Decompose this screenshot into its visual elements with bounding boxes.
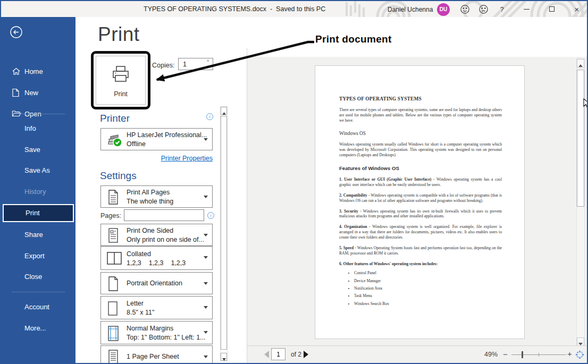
chevron-down-icon [204, 355, 208, 358]
document-content: TYPES OF OPERATING SYSTEMS There are sev… [339, 96, 502, 309]
sidebar-item-export[interactable]: Export [1, 249, 75, 264]
sidebar-item-save[interactable]: Save [1, 142, 75, 157]
duplex-select[interactable]: Print One Sided Only print on one side o… [100, 224, 213, 246]
pages-input[interactable] [124, 209, 204, 221]
print-button[interactable]: Print [96, 56, 146, 105]
avatar[interactable]: DU [437, 3, 450, 16]
triangle-down-icon [222, 358, 226, 361]
doc-bullet: Control Panel [354, 270, 502, 276]
triangle-up-icon [222, 112, 226, 115]
doc-heading: 6. Other features of Windows' operating … [339, 261, 502, 267]
zoom-to-page-button[interactable] [575, 350, 584, 361]
next-page-button[interactable] [304, 351, 308, 358]
sidebar-item-more[interactable]: More... [1, 321, 75, 336]
copies-increment-icon[interactable]: ˄ [204, 58, 212, 64]
word-backstage-window: TYPES OF OPERATING SYSTEMS.docx - Saved … [0, 0, 588, 364]
sidebar-item-open[interactable]: Open [1, 107, 75, 122]
print-range-select[interactable]: Print All Pages The whole thing [100, 185, 213, 208]
scrollbar-thumb[interactable] [221, 116, 227, 350]
doc-bullet-list: Control Panel Device Manager Notificatio… [354, 270, 502, 306]
sidebar-item-share[interactable]: Share [1, 227, 75, 242]
doc-feature: 3. Security - Windows operating system h… [339, 209, 502, 219]
sidebar-item-home[interactable]: Home [1, 64, 75, 79]
backstage-sidebar: Home New Open Info Save Save As History … [1, 17, 75, 363]
maximize-button[interactable] [545, 1, 559, 17]
chevron-down-icon [204, 282, 208, 285]
paper-sheet-icon [106, 301, 119, 319]
page-number-box[interactable] [271, 348, 285, 360]
one-sided-page-icon [106, 227, 120, 246]
settings-scrollbar[interactable] [220, 106, 228, 361]
sidebar-item-save-as[interactable]: Save As [1, 163, 75, 178]
feedback-frown-button[interactable] [476, 1, 491, 17]
orientation-select[interactable]: Portrait Orientation [100, 272, 213, 294]
preview-status-bar: of 2 49% − + [247, 345, 587, 363]
sidebar-item-print-selected[interactable]: Print [3, 204, 74, 222]
close-button[interactable]: × [570, 1, 584, 17]
printer-info-icon[interactable]: i [206, 113, 213, 120]
printer-status: Offline [127, 140, 146, 148]
chevron-down-icon [204, 306, 208, 309]
previous-page-button[interactable] [264, 351, 269, 358]
printer-properties-link[interactable]: Printer Properties [100, 155, 213, 162]
minimize-button[interactable] [519, 1, 533, 17]
scrollbar-thumb[interactable] [577, 70, 584, 207]
chevron-down-icon [204, 234, 208, 236]
minimize-icon [524, 9, 530, 10]
print-preview-pane: TYPES OF OPERATING SYSTEMS There are sev… [247, 57, 587, 363]
sidebar-item-new[interactable]: New [1, 86, 75, 100]
doc-paragraph: Windows operating system usually called … [339, 142, 502, 158]
preview-scrollbar[interactable] [576, 58, 585, 347]
new-document-icon [12, 88, 20, 99]
sidebar-item-history[interactable]: History [1, 184, 75, 199]
print-button-label: Print [96, 90, 145, 98]
help-button[interactable]: ? [496, 1, 508, 17]
printer-select[interactable]: HP LaserJet Professional... Offline [100, 128, 213, 150]
chevron-down-icon [204, 196, 208, 198]
titlebar: TYPES OF OPERATING SYSTEMS.docx - Saved … [1, 1, 587, 17]
doc-heading: Windows OS [339, 130, 502, 137]
scroll-up-button[interactable] [221, 107, 227, 115]
user-name[interactable]: Daniel Uchenna [388, 6, 433, 13]
doc-bullet: Task Menu [354, 293, 502, 299]
back-button[interactable] [10, 26, 23, 39]
zoom-in-button[interactable]: + [567, 349, 572, 358]
pages-label: Pages: [100, 212, 121, 219]
page-number-input[interactable] [272, 349, 285, 360]
home-icon [12, 67, 21, 78]
sidebar-item-info[interactable]: Info [1, 121, 75, 136]
page-count-label: of 2 [291, 351, 301, 358]
zoom-slider-handle[interactable] [522, 351, 523, 358]
back-arrow-icon [10, 26, 23, 39]
doc-heading: Features of Windows OS [339, 165, 502, 172]
pages-per-sheet-select[interactable]: 1 Page Per Sheet [100, 345, 213, 363]
doc-feature: 4. Organization - Windows operating syst… [339, 224, 502, 240]
copies-input[interactable] [179, 58, 203, 70]
copies-label: Copies: [152, 62, 174, 69]
copies-decrement-icon[interactable]: ˅ [204, 64, 212, 70]
print-settings-panel: Print Print Copies: ˄ ˅ Printer i [75, 17, 247, 363]
scroll-down-button[interactable] [221, 353, 227, 361]
zoom-out-button[interactable]: − [503, 350, 508, 359]
sidebar-item-close[interactable]: Close [1, 269, 75, 284]
open-folder-icon [12, 109, 21, 119]
paper-size-select[interactable]: Letter 8.5" x 11" [100, 296, 213, 319]
sidebar-item-account[interactable]: Account [1, 300, 75, 315]
collation-select[interactable]: Collated 1,2,3 1,2,3 1,2,3 [100, 246, 213, 270]
pages-info-icon[interactable]: i [207, 212, 214, 219]
printer-heading: Printer [100, 113, 130, 124]
doc-feature: 2. Compatibility - Windows operating sys… [339, 193, 502, 204]
annotation-label: Print document [315, 33, 392, 45]
chevron-down-icon [204, 331, 208, 334]
page-title: Print [98, 23, 140, 46]
document-pages-icon [106, 189, 120, 208]
doc-bullet: Windows Search Box [354, 301, 502, 307]
copies-stepper[interactable]: ˄ ˅ [178, 58, 213, 70]
feedback-smile-button[interactable] [457, 1, 472, 17]
settings-heading: Settings [100, 170, 137, 182]
scroll-up-button[interactable] [577, 59, 584, 68]
zoom-level[interactable]: 49% [484, 351, 498, 358]
doc-feature: 1. User Interface or GUI (Graphic User I… [339, 177, 502, 188]
collated-icon [106, 251, 122, 267]
margins-select[interactable]: Normal Margins Top: 1" Bottom: 1" Left: … [100, 321, 213, 344]
